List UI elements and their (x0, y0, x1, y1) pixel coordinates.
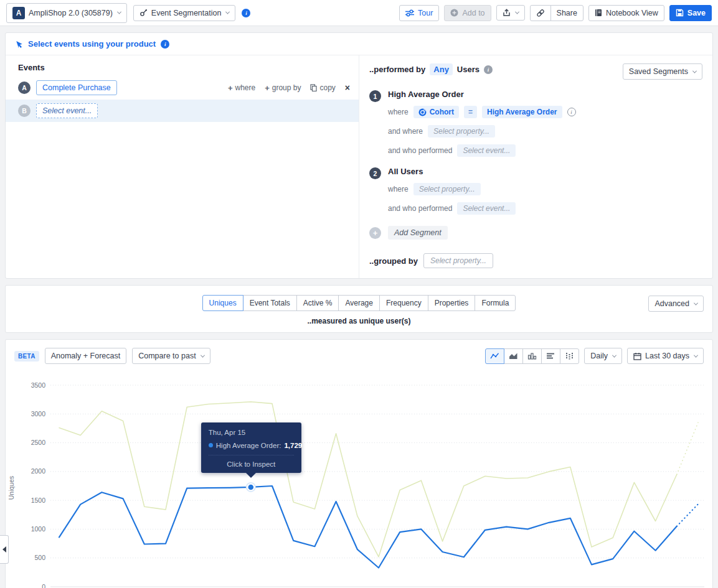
export-icon (503, 9, 511, 17)
event-row-b[interactable]: B Select event... (6, 100, 359, 122)
tab-average[interactable]: Average (338, 295, 379, 311)
chart-type-toggle (485, 348, 579, 364)
line-chart-icon (490, 352, 499, 360)
analysis-type-label: Event Segmentation (151, 9, 222, 17)
info-icon[interactable] (567, 108, 576, 116)
chevron-down-icon (201, 353, 205, 357)
event-select-b[interactable]: Select event... (36, 103, 98, 118)
interval-dropdown[interactable]: Daily (584, 348, 622, 364)
project-dropdown[interactable]: A AmpliShop 2.0 (305879) (6, 3, 127, 23)
select-events-header[interactable]: Select events using your product (6, 33, 712, 55)
events-label: Events (6, 63, 359, 78)
select-property-chip[interactable]: Select property... (413, 183, 481, 195)
horizontal-bar-icon (546, 352, 555, 360)
cohort-value-chip[interactable]: High Average Order (482, 106, 562, 118)
cohort-property-chip[interactable]: Cohort (413, 106, 459, 118)
add-segment-row: Add Segment (369, 226, 702, 240)
tooltip-action[interactable]: Click to Inspect (209, 455, 294, 468)
tab-properties[interactable]: Properties (428, 295, 476, 311)
tooltip-arrow (246, 473, 256, 478)
top-toolbar: A AmpliShop 2.0 (305879) Event Segmentat… (0, 0, 718, 26)
plus-icon (228, 83, 233, 93)
line-chart[interactable]: 0500100015002000250030003500Apr 6Apr 8Ap… (6, 366, 712, 588)
chart-toolbar: BETA Anomaly + Forecast Compare to past (6, 340, 712, 366)
bar-chart-button[interactable] (522, 348, 542, 364)
notebook-icon (595, 9, 602, 17)
cursor-icon (14, 39, 23, 49)
date-range-dropdown[interactable]: Last 30 days (627, 348, 704, 364)
segment-title[interactable]: All Users (388, 167, 516, 176)
sidebar-collapse-handle[interactable] (0, 535, 9, 564)
tab-uniques[interactable]: Uniques (202, 295, 243, 311)
chevron-down-icon (692, 68, 697, 73)
chevron-down-icon (694, 353, 698, 357)
segment-1: 1 High Average Order where Cohort = High… (369, 90, 702, 157)
chart-card: BETA Anomaly + Forecast Compare to past (5, 339, 713, 588)
share-group: Share (530, 5, 583, 21)
tour-button[interactable]: Tour (399, 5, 439, 21)
stacked-chart-icon (565, 352, 574, 360)
add-where-filter[interactable]: where (228, 83, 255, 93)
tab-active-pct[interactable]: Active % (296, 295, 339, 311)
chart-tooltip[interactable]: Thu, Apr 15 High Average Order: 1,729 Cl… (201, 422, 301, 473)
save-button[interactable]: Save (669, 5, 712, 21)
advanced-button[interactable]: Advanced (648, 296, 704, 312)
export-button[interactable] (496, 5, 525, 21)
stacked-chart-button[interactable] (560, 348, 579, 364)
users-label: Users (457, 65, 479, 74)
info-icon[interactable] (242, 9, 250, 17)
svg-text:500: 500 (34, 554, 45, 561)
select-property-chip[interactable]: Select property... (428, 125, 495, 138)
chevron-down-icon (694, 301, 698, 305)
copy-link-button[interactable] (530, 5, 551, 21)
svg-text:0: 0 (42, 583, 45, 588)
area-chart-button[interactable] (504, 348, 523, 364)
copy-icon (310, 84, 317, 91)
event-letter-badge: A (18, 82, 31, 94)
anomaly-forecast-button[interactable]: Anomaly + Forecast (45, 348, 127, 364)
series-dot-icon (209, 443, 213, 447)
segments-panel: ..performed by Any Users Saved Segments … (359, 55, 712, 278)
segment-title[interactable]: High Average Order (388, 90, 576, 99)
grouped-by-select[interactable]: Select property... (423, 253, 493, 268)
share-button[interactable]: Share (550, 5, 583, 21)
grouped-by-row: ..grouped by Select property... (369, 253, 702, 268)
grouped-by-label: ..grouped by (369, 256, 418, 266)
project-name: AmpliShop 2.0 (305879) (29, 9, 113, 17)
select-event-chip[interactable]: Select event... (457, 202, 516, 215)
tab-event-totals[interactable]: Event Totals (243, 295, 297, 311)
tab-formula[interactable]: Formula (475, 295, 516, 311)
chevron-down-icon (515, 10, 519, 14)
remove-event-icon[interactable] (345, 83, 350, 93)
add-group-by[interactable]: group by (265, 83, 301, 93)
tab-frequency[interactable]: Frequency (379, 295, 428, 311)
tooltip-date: Thu, Apr 15 (209, 429, 294, 436)
add-to-button[interactable]: Add to (444, 5, 491, 21)
select-event-chip[interactable]: Select event... (457, 144, 516, 157)
plus-circle-icon[interactable] (369, 227, 381, 239)
operator-chip[interactable]: = (464, 106, 477, 118)
svg-text:1000: 1000 (31, 525, 46, 533)
bar-chart-icon (527, 352, 537, 360)
analysis-type-dropdown[interactable]: Event Segmentation (133, 5, 236, 21)
svg-text:2500: 2500 (31, 439, 46, 446)
saved-segments-button[interactable]: Saved Segments (623, 63, 702, 80)
query-builder-card: Select events using your product Events … (5, 32, 713, 279)
info-icon[interactable] (161, 40, 169, 49)
add-segment-button[interactable]: Add Segment (388, 226, 448, 240)
compare-to-past-button[interactable]: Compare to past (132, 348, 210, 364)
event-letter-badge: B (18, 105, 31, 117)
event-segmentation-icon (139, 9, 148, 17)
horizontal-bar-button[interactable] (541, 348, 560, 364)
sliders-icon (405, 9, 414, 17)
any-selector[interactable]: Any (430, 63, 453, 75)
notebook-view-button[interactable]: Notebook View (588, 5, 664, 21)
svg-text:3000: 3000 (31, 410, 46, 418)
chart-plot-area[interactable]: 0500100015002000250030003500Apr 6Apr 8Ap… (6, 366, 712, 588)
tooltip-series: High Average Order: (216, 442, 281, 449)
copy-event[interactable]: copy (310, 83, 335, 92)
beta-badge: BETA (14, 351, 39, 362)
info-icon[interactable] (484, 65, 493, 74)
event-select-a[interactable]: Complete Purchase (36, 80, 117, 95)
line-chart-button[interactable] (485, 348, 504, 364)
